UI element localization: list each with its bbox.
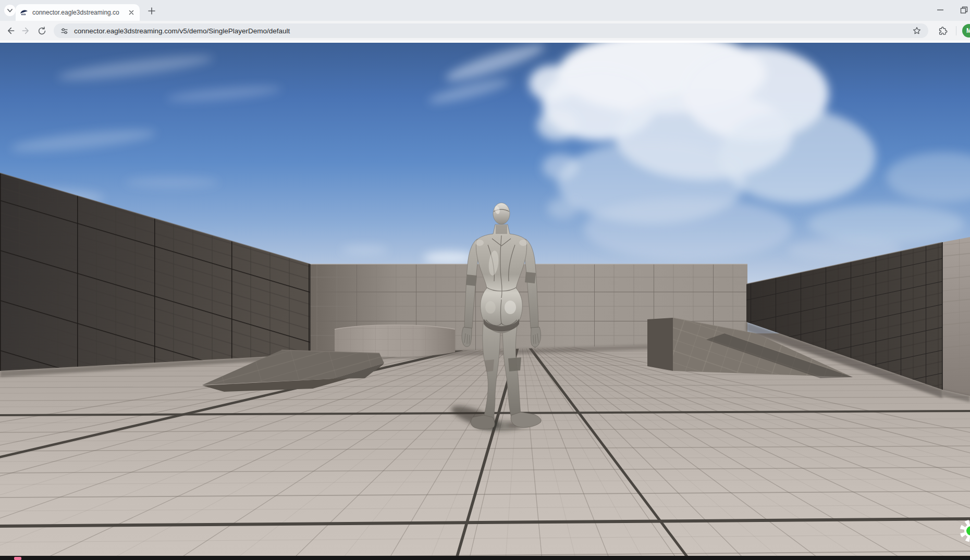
window-restore-button[interactable]	[956, 3, 970, 17]
scene-3d	[0, 43, 970, 560]
chevron-down-icon	[7, 7, 13, 14]
minimize-icon	[937, 6, 944, 14]
stream-viewport[interactable]	[0, 43, 970, 560]
eagle3d-favicon-icon	[20, 8, 28, 17]
extensions-puzzle-icon	[938, 26, 948, 36]
tab-close-button[interactable]	[127, 8, 136, 17]
bottom-bar-pink-fragment	[14, 557, 21, 560]
extensions-button[interactable]	[936, 23, 950, 38]
window-minimize-button[interactable]	[932, 3, 948, 17]
restore-icon	[960, 6, 968, 14]
new-tab-button[interactable]	[146, 6, 157, 16]
tab-active[interactable]: connector.eagle3dstreaming.co	[16, 4, 140, 21]
forward-button[interactable]	[19, 23, 33, 38]
arrow-right-icon	[21, 26, 31, 36]
arrow-left-icon	[5, 26, 16, 36]
browser-toolbar: connector.eagle3dstreaming.com/v5/demo/S…	[0, 21, 970, 41]
close-icon	[129, 10, 134, 15]
character-head	[493, 203, 510, 225]
tab-title: connector.eagle3dstreaming.co	[32, 9, 122, 16]
bottom-bar	[0, 556, 970, 560]
plus-icon	[148, 7, 155, 15]
toolbar-separator	[956, 26, 956, 35]
avatar-initial: M	[966, 27, 970, 34]
bookmark-star-icon[interactable]	[912, 26, 922, 36]
tab-search-button[interactable]	[4, 5, 16, 16]
reload-icon	[37, 26, 47, 36]
url-text: connector.eagle3dstreaming.com/v5/demo/S…	[74, 27, 912, 35]
tab-strip: connector.eagle3dstreaming.co	[0, 0, 970, 21]
back-button[interactable]	[3, 23, 18, 38]
address-bar[interactable]: connector.eagle3dstreaming.com/v5/demo/S…	[54, 23, 928, 38]
site-settings-tune-icon	[60, 27, 69, 35]
profile-avatar[interactable]: M	[962, 24, 970, 38]
reload-button[interactable]	[34, 23, 49, 38]
browser-window: connector.eagle3dstreaming.co	[0, 0, 970, 560]
